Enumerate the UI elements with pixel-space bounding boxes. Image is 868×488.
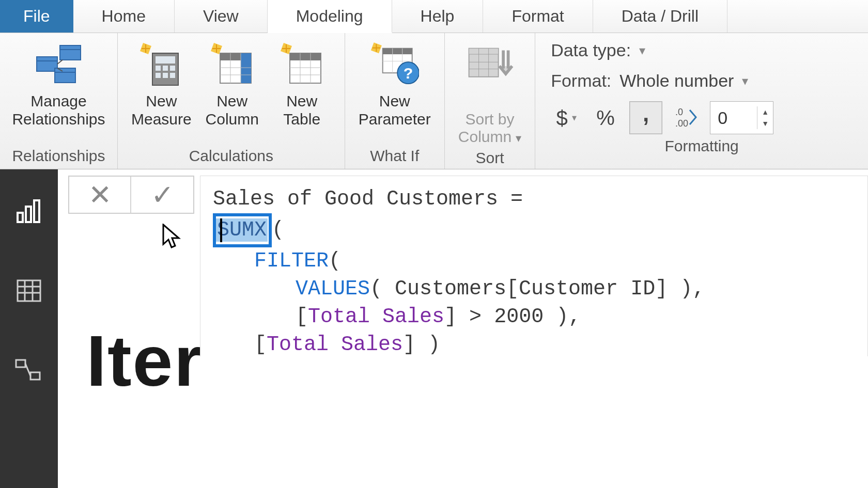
- svg-rect-24: [290, 53, 321, 60]
- svg-rect-30: [383, 49, 412, 54]
- ribbon-tabs: File Home View Modeling Help Format Data…: [0, 0, 868, 33]
- svg-rect-10: [156, 66, 161, 71]
- mouse-cursor-icon: [161, 224, 183, 250]
- thousands-separator-button[interactable]: ,: [629, 101, 662, 134]
- spin-up[interactable]: ▲: [757, 106, 773, 118]
- tab-home[interactable]: Home: [73, 0, 175, 33]
- svg-rect-15: [170, 73, 175, 78]
- decimal-places-icon: .0.00: [671, 102, 702, 133]
- new-parameter-icon: ?: [370, 40, 419, 89]
- group-relationships: Manage Relationships Relationships: [0, 33, 118, 169]
- svg-line-6: [57, 60, 63, 64]
- tab-view[interactable]: View: [175, 0, 268, 33]
- nav-data-icon[interactable]: [13, 275, 44, 306]
- selected-token-sumx: SUMX: [213, 213, 272, 247]
- tab-data-drill[interactable]: Data / Drill: [593, 0, 727, 33]
- formula-area: ✕ ✓ Iter Sales of Good Customers = SUMX …: [58, 169, 868, 488]
- new-measure-icon: [137, 40, 186, 89]
- svg-rect-44: [18, 213, 23, 222]
- svg-text:.00: .00: [675, 118, 688, 129]
- group-relationships-title: Relationships: [0, 144, 117, 169]
- formula-controls: ✕ ✓: [68, 176, 194, 214]
- relationships-icon: [34, 40, 83, 89]
- svg-rect-45: [26, 207, 31, 222]
- group-calculations-title: Calculations: [118, 144, 345, 169]
- chevron-down-icon: ▾: [516, 132, 521, 145]
- svg-rect-4: [55, 68, 75, 83]
- chevron-down-icon: ▾: [639, 43, 645, 58]
- new-parameter-label: New Parameter: [359, 92, 431, 128]
- tab-file[interactable]: File: [0, 0, 73, 33]
- canvas-title: Iter: [86, 319, 203, 403]
- new-parameter-button[interactable]: ? New Parameter: [355, 40, 434, 128]
- svg-line-54: [25, 364, 30, 376]
- sort-by-column-icon: [465, 40, 514, 89]
- main-area: ✕ ✓ Iter Sales of Good Customers = SUMX …: [0, 169, 868, 488]
- left-nav: [0, 169, 58, 488]
- group-whatif: ? New Parameter What If: [345, 33, 445, 169]
- group-whatif-title: What If: [345, 144, 444, 169]
- chevron-down-icon: ▾: [742, 74, 748, 88]
- svg-rect-13: [156, 73, 161, 78]
- new-column-label: New Column: [206, 92, 259, 128]
- manage-relationships-button[interactable]: Manage Relationships: [10, 40, 107, 128]
- nav-report-icon[interactable]: [13, 195, 44, 226]
- svg-rect-47: [18, 280, 40, 301]
- tab-modeling[interactable]: Modeling: [268, 0, 392, 33]
- format-dropdown[interactable]: Format: Whole number ▾: [551, 71, 853, 91]
- cancel-formula-button[interactable]: ✕: [69, 177, 131, 213]
- new-table-label: New Table: [283, 92, 320, 128]
- svg-rect-0: [60, 45, 81, 60]
- new-table-button[interactable]: New Table: [270, 40, 334, 128]
- tab-help[interactable]: Help: [392, 0, 484, 33]
- group-calculations: New Measure: [118, 33, 345, 169]
- svg-text:.0: .0: [675, 107, 683, 117]
- accept-formula-button[interactable]: ✓: [131, 177, 193, 213]
- ribbon-body: Manage Relationships Relationships: [0, 33, 868, 169]
- chevron-down-icon: ▾: [572, 112, 577, 123]
- check-icon: ✓: [151, 179, 174, 211]
- new-column-button[interactable]: New Column: [200, 40, 265, 128]
- sort-by-column-label: Sort by Column▾: [458, 92, 521, 146]
- group-sort: Sort by Column▾ Sort: [445, 33, 535, 169]
- svg-rect-53: [30, 372, 40, 380]
- decimal-places-input[interactable]: ▲ ▼: [710, 101, 773, 134]
- x-icon: ✕: [88, 179, 112, 211]
- format-value: Whole number: [619, 71, 734, 91]
- nav-model-icon[interactable]: [13, 355, 44, 386]
- svg-text:?: ?: [404, 64, 413, 82]
- svg-rect-11: [163, 66, 168, 71]
- svg-rect-18: [241, 53, 251, 83]
- new-table-icon: [277, 40, 327, 89]
- new-measure-label: New Measure: [131, 92, 192, 128]
- currency-format-button[interactable]: $ ▾: [551, 102, 582, 133]
- svg-rect-46: [34, 200, 39, 222]
- svg-rect-14: [163, 73, 168, 78]
- new-column-icon: [208, 40, 257, 89]
- group-sort-title: Sort: [445, 146, 535, 171]
- new-measure-button[interactable]: New Measure: [128, 40, 195, 128]
- svg-rect-12: [170, 66, 175, 71]
- svg-rect-37: [469, 49, 499, 54]
- percent-format-button[interactable]: %: [590, 102, 621, 133]
- spin-down[interactable]: ▼: [757, 118, 773, 129]
- svg-rect-9: [156, 56, 175, 64]
- formula-editor[interactable]: Sales of Good Customers = SUMX ( FILTER(…: [200, 176, 868, 356]
- decimal-places-field[interactable]: [710, 108, 757, 128]
- group-formatting-title: Formatting: [535, 134, 868, 159]
- svg-rect-52: [16, 360, 25, 367]
- sort-by-column-button[interactable]: Sort by Column▾: [455, 40, 524, 146]
- format-label: Format:: [551, 71, 611, 91]
- manage-relationships-label: Manage Relationships: [12, 92, 105, 128]
- group-formatting: Data type: ▾ Format: Whole number ▾ $ ▾ …: [535, 33, 868, 169]
- data-type-dropdown[interactable]: Data type: ▾: [551, 40, 853, 60]
- data-type-label: Data type:: [551, 40, 631, 60]
- tab-format[interactable]: Format: [483, 0, 593, 33]
